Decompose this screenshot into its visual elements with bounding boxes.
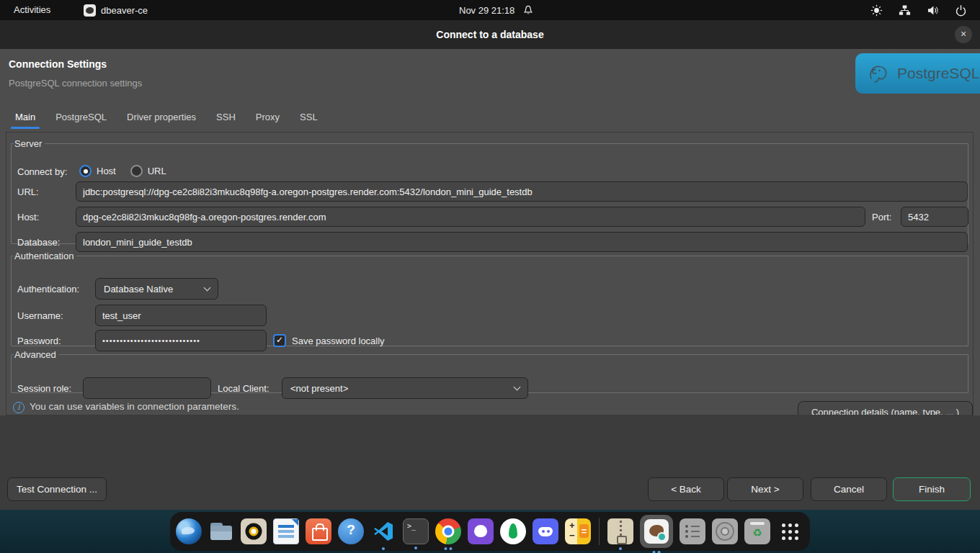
connect-by-label: Connect by: bbox=[17, 161, 67, 181]
tab-main[interactable]: Main bbox=[14, 108, 36, 129]
vscode-icon[interactable] bbox=[370, 518, 396, 544]
wizard-header: Connection Settings PostgreSQL connectio… bbox=[0, 49, 980, 101]
authentication-group: Authentication Authentication: Database … bbox=[11, 251, 968, 346]
authentication-select[interactable]: Database Native bbox=[95, 278, 218, 300]
port-label: Port: bbox=[872, 207, 891, 227]
local-client-select-value: <not present> bbox=[290, 383, 348, 394]
elephant-icon bbox=[866, 61, 891, 86]
radio-url[interactable]: URL bbox=[130, 165, 166, 177]
clock-menu[interactable]: Nov 29 21:18 bbox=[459, 0, 534, 20]
database-input[interactable] bbox=[76, 232, 968, 252]
dbeaver-logo-icon bbox=[84, 4, 96, 17]
clock-label: Nov 29 21:18 bbox=[459, 5, 514, 16]
info-icon: i bbox=[13, 402, 24, 413]
window-dots bbox=[382, 547, 385, 550]
help-icon[interactable] bbox=[338, 518, 364, 544]
username-label: Username: bbox=[17, 305, 63, 325]
files-icon[interactable] bbox=[208, 518, 234, 544]
tab-proxy[interactable]: Proxy bbox=[255, 108, 280, 129]
password-input[interactable] bbox=[95, 330, 267, 351]
host-input[interactable] bbox=[76, 207, 865, 227]
save-password-checkbox[interactable] bbox=[273, 334, 286, 347]
calculator-icon[interactable] bbox=[565, 518, 591, 544]
thunderbird-icon[interactable] bbox=[176, 518, 202, 544]
show-applications-icon[interactable] bbox=[777, 518, 803, 544]
mongodb-compass-icon[interactable] bbox=[500, 518, 526, 544]
port-input[interactable] bbox=[901, 207, 968, 227]
desktop-strip bbox=[0, 510, 980, 553]
chevron-down-icon bbox=[514, 384, 521, 391]
dbeaver-active-app[interactable] bbox=[640, 515, 673, 548]
radio-url-label: URL bbox=[148, 166, 166, 176]
tab-postgresql[interactable]: PostgreSQL bbox=[55, 108, 107, 129]
test-connection-button[interactable]: Test Connection ... bbox=[7, 477, 107, 501]
power-icon bbox=[955, 4, 967, 17]
url-input[interactable] bbox=[76, 181, 968, 202]
password-label: Password: bbox=[17, 331, 61, 351]
github-desktop-icon[interactable] bbox=[468, 518, 494, 544]
tab-ssl[interactable]: SSL bbox=[299, 108, 318, 129]
authentication-group-legend: Authentication bbox=[14, 251, 76, 261]
local-client-label: Local Client: bbox=[218, 378, 270, 398]
server-group: Server Connect by: Host URL URL: Host: P… bbox=[11, 138, 968, 244]
terminal-icon[interactable] bbox=[403, 518, 429, 544]
window-dots bbox=[445, 547, 453, 550]
settings-icon[interactable] bbox=[680, 518, 705, 544]
database-label: Database: bbox=[17, 232, 60, 252]
main-tab-content: Server Connect by: Host URL URL: Host: P… bbox=[6, 132, 974, 415]
brightness-icon bbox=[870, 4, 883, 17]
advanced-group-legend: Advanced bbox=[14, 349, 59, 360]
url-label: URL: bbox=[17, 181, 39, 202]
next-button[interactable]: Next > bbox=[727, 477, 803, 501]
finish-button[interactable]: Finish bbox=[893, 477, 971, 501]
chrome-icon[interactable] bbox=[435, 518, 461, 544]
page-title: Connection Settings bbox=[9, 58, 107, 70]
radio-host-circle-icon bbox=[79, 165, 92, 177]
dialog-titlebar: Connect to a database × bbox=[0, 20, 980, 49]
app-menu-label: dbeaver-ce bbox=[101, 5, 148, 16]
activities-button[interactable]: Activities bbox=[11, 0, 53, 20]
volume-icon bbox=[927, 4, 939, 17]
username-input[interactable] bbox=[95, 305, 267, 326]
vscode-glyph-icon bbox=[372, 520, 395, 543]
radio-url-circle-icon bbox=[130, 165, 143, 177]
archive-manager-icon[interactable] bbox=[607, 518, 633, 544]
page-subtitle: PostgreSQL connection settings bbox=[9, 78, 142, 89]
radio-host[interactable]: Host bbox=[79, 165, 116, 177]
rhythmbox-icon[interactable] bbox=[241, 518, 267, 544]
dock-separator bbox=[599, 518, 600, 545]
postgresql-logo-text: PostgreSQL bbox=[897, 65, 979, 82]
postgresql-logo: PostgreSQL bbox=[855, 53, 980, 94]
dbeaver-icon bbox=[644, 519, 669, 544]
host-label: Host: bbox=[17, 207, 39, 227]
window-dots bbox=[619, 547, 622, 550]
radio-host-label: Host bbox=[97, 166, 116, 176]
connect-by-radio-group: Host URL bbox=[79, 165, 166, 177]
app-menu[interactable]: dbeaver-ce bbox=[84, 0, 148, 20]
tab-ssh[interactable]: SSH bbox=[215, 108, 236, 129]
session-role-input[interactable] bbox=[83, 377, 211, 399]
back-button[interactable]: < Back bbox=[648, 477, 724, 501]
libreoffice-writer-icon[interactable] bbox=[273, 518, 299, 544]
bell-icon bbox=[522, 4, 534, 16]
dialog-title: Connect to a database bbox=[0, 20, 980, 49]
window-dots bbox=[414, 547, 417, 549]
local-client-select[interactable]: <not present> bbox=[282, 377, 528, 399]
gnome-top-bar: Activities dbeaver-ce Nov 29 21:18 bbox=[0, 0, 980, 20]
discord-icon[interactable] bbox=[533, 518, 558, 544]
trash-icon[interactable] bbox=[744, 518, 770, 544]
chevron-down-icon bbox=[204, 284, 211, 292]
server-group-legend: Server bbox=[14, 138, 45, 149]
system-status-menu[interactable] bbox=[870, 0, 967, 20]
cancel-button[interactable]: Cancel bbox=[811, 477, 887, 501]
session-role-label: Session role: bbox=[17, 378, 71, 398]
ubuntu-software-icon[interactable] bbox=[306, 518, 331, 544]
disks-icon[interactable] bbox=[712, 518, 738, 544]
close-icon[interactable]: × bbox=[955, 26, 972, 43]
advanced-group: Advanced Session role: Local Client: <no… bbox=[11, 349, 968, 393]
authentication-select-value: Database Native bbox=[104, 284, 173, 295]
dialog-button-bar: Test Connection ... < Back Next > Cancel… bbox=[0, 415, 980, 510]
connection-details-button[interactable]: Connection details (name, type, ... ) bbox=[798, 401, 973, 415]
settings-tabbar: Main PostgreSQL Driver properties SSH Pr… bbox=[14, 108, 318, 129]
tab-driver-properties[interactable]: Driver properties bbox=[126, 108, 197, 129]
